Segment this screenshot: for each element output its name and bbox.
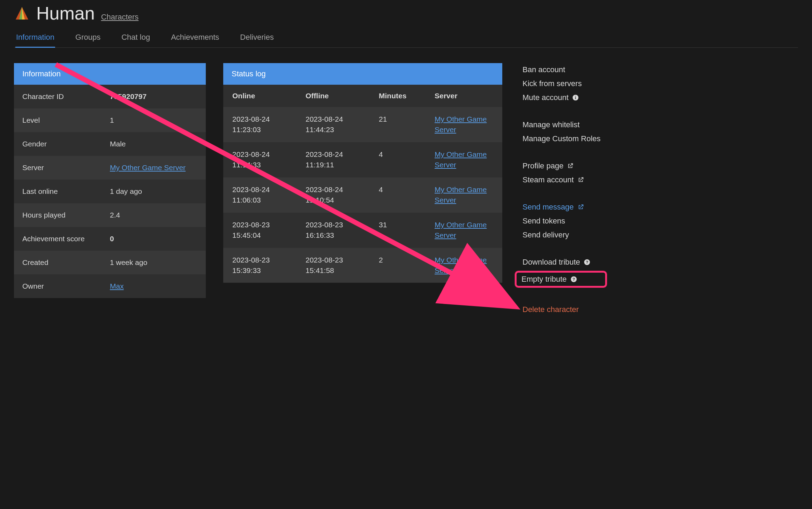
tab-achievements[interactable]: Achievements [170,30,220,47]
status-minutes: 2 [379,255,435,276]
download-tribute-label: Download tribute [522,258,580,267]
column-server: Server [435,92,493,100]
status-log-panel: Status log Online Offline Minutes Server… [223,63,502,283]
info-value: 0 [110,235,197,243]
manage-custom-roles-action[interactable]: Manage Custom Roles [520,134,603,144]
manage-whitelist-label: Manage whitelist [522,120,580,129]
info-value-link[interactable]: Max [110,282,124,290]
delete-character-action[interactable]: Delete character [520,304,603,315]
info-row: ServerMy Other Game Server [14,156,206,180]
status-server: My Other Game Server [435,255,493,276]
profile-page-action[interactable]: Profile page [520,161,603,171]
info-label: Owner [22,282,110,290]
ark-logo-icon [14,5,30,21]
steam-account-action[interactable]: Steam account [520,175,603,185]
status-row: 2023-08-24 11:23:032023-08-24 11:44:2321… [223,107,502,142]
external-link-icon [577,176,584,183]
info-row: Character ID755920797 [14,85,206,108]
column-online: Online [232,92,306,100]
info-row: Achievement score0 [14,227,206,251]
status-server: My Other Game Server [435,149,493,170]
external-link-icon [577,204,584,211]
status-log-panel-title: Status log [223,63,502,85]
status-server-link[interactable]: My Other Game Server [435,185,487,204]
status-row: 2023-08-24 11:06:032023-08-24 11:10:544M… [223,177,502,213]
ban-account-label: Ban account [522,65,565,74]
actions-sidebar: Ban account Kick from servers Mute accou… [520,63,603,315]
status-row: 2023-08-23 15:39:332023-08-23 15:41:582M… [223,248,502,283]
status-row: 2023-08-23 15:45:042023-08-23 16:16:3331… [223,213,502,248]
status-offline: 2023-08-23 15:41:58 [306,255,379,276]
tab-chat-log[interactable]: Chat log [121,30,151,47]
send-tokens-label: Send tokens [522,216,565,226]
status-server: My Other Game Server [435,114,493,135]
download-tribute-action[interactable]: Download tribute? [520,257,603,267]
status-online: 2023-08-24 11:14:33 [232,149,306,170]
header: Human Characters [14,4,798,22]
status-server-link[interactable]: My Other Game Server [435,221,487,239]
info-value: My Other Game Server [110,164,197,172]
info-label: Created [22,258,110,267]
info-label: Achievement score [22,235,110,243]
svg-rect-5 [575,96,576,97]
empty-tribute-label: Empty tribute [521,275,567,284]
svg-text:?: ? [572,277,575,281]
status-offline: 2023-08-24 11:19:11 [306,149,379,170]
send-message-action[interactable]: Send message [520,202,603,212]
information-panel: Information Character ID755920797Level1G… [14,63,206,298]
send-tokens-action[interactable]: Send tokens [520,216,603,226]
info-row: Last online1 day ago [14,180,206,203]
status-minutes: 31 [379,220,435,241]
status-minutes: 21 [379,114,435,135]
info-value-link[interactable]: My Other Game Server [110,164,186,172]
external-link-icon [567,162,574,169]
status-online: 2023-08-24 11:23:03 [232,114,306,135]
info-value: 2.4 [110,211,197,219]
empty-tribute-action[interactable]: Empty tribute? [515,271,607,288]
status-server-link[interactable]: My Other Game Server [435,115,487,134]
tab-deliveries[interactable]: Deliveries [239,30,275,47]
status-offline: 2023-08-24 11:10:54 [306,184,379,206]
status-server-link[interactable]: My Other Game Server [435,256,487,274]
kick-from-servers-label: Kick from servers [522,79,582,88]
send-delivery-action[interactable]: Send delivery [520,230,603,240]
information-panel-title: Information [14,63,206,85]
info-label: Gender [22,140,110,148]
page-title: Human [36,4,95,22]
profile-page-label: Profile page [522,161,563,170]
status-online: 2023-08-23 15:45:04 [232,220,306,241]
manage-whitelist-action[interactable]: Manage whitelist [520,120,603,130]
kick-from-servers-action[interactable]: Kick from servers [520,78,603,89]
info-row: Created1 week ago [14,251,206,274]
ban-account-action[interactable]: Ban account [520,64,603,75]
status-row: 2023-08-24 11:14:332023-08-24 11:19:114M… [223,142,502,177]
info-row: GenderMale [14,132,206,156]
breadcrumb-characters[interactable]: Characters [101,13,139,22]
info-value: 1 [110,116,197,124]
info-label: Server [22,164,110,172]
tabs: InformationGroupsChat logAchievementsDel… [14,30,798,48]
status-online: 2023-08-23 15:39:33 [232,255,306,276]
mute-account-label: Mute account [522,93,569,102]
info-row: Level1 [14,108,206,132]
mute-account-action[interactable]: Mute account [520,92,603,103]
info-value: 1 week ago [110,258,197,267]
status-minutes: 4 [379,149,435,170]
info-row: Hours played2.4 [14,203,206,227]
steam-account-label: Steam account [522,175,574,184]
delete-character-label: Delete character [522,305,579,314]
info-label: Last online [22,187,110,196]
tab-information[interactable]: Information [15,30,55,48]
info-value: 755920797 [110,92,197,101]
svg-rect-4 [575,97,576,99]
svg-text:?: ? [586,260,588,264]
status-online: 2023-08-24 11:06:03 [232,184,306,206]
status-offline: 2023-08-24 11:44:23 [306,114,379,135]
status-server-link[interactable]: My Other Game Server [435,150,487,169]
question-circle-icon: ? [570,276,577,283]
tab-groups[interactable]: Groups [75,30,101,47]
status-offline: 2023-08-23 16:16:33 [306,220,379,241]
info-circle-icon [572,94,579,101]
info-label: Hours played [22,211,110,219]
status-server: My Other Game Server [435,184,493,206]
